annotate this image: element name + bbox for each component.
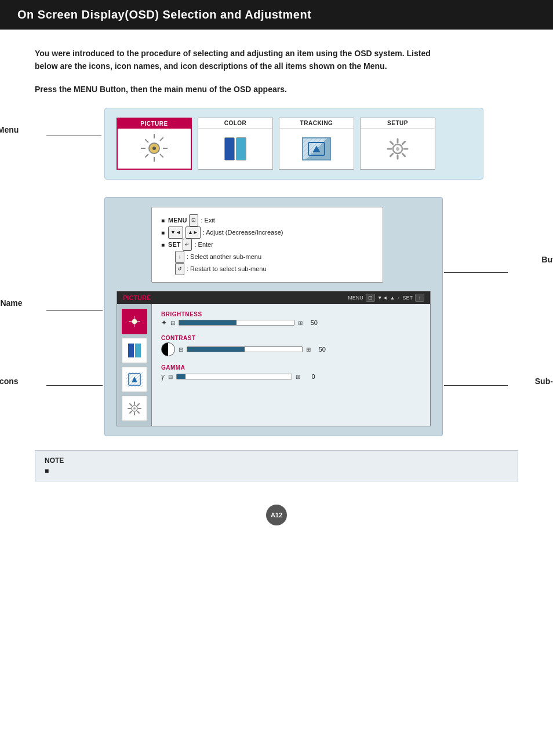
page-title: On Screen Display(OSD) Selection and Adj… (17, 8, 311, 21)
page-badge-container: A12 (35, 505, 518, 525)
menu-item-color[interactable]: COLOR (198, 118, 273, 170)
submenu-gamma: GAMMA γ ⊟ ⊞ 0 (161, 364, 421, 381)
submenu-brightness: BRIGHTNESS ✦ ⊟ ⊞ 50 (161, 311, 421, 327)
gamma-slider[interactable] (176, 374, 292, 379)
osd-menu-bar: PICTURE MENU ⊡ ▼◄ ▲→ SET ↑ (117, 291, 430, 304)
brightness-title: BRIGHTNESS (161, 311, 421, 317)
color-icon-main (224, 129, 246, 169)
svg-line-24 (130, 404, 132, 406)
main-menu-box: PICTURE (104, 108, 483, 180)
svg-line-13 (390, 154, 392, 156)
osd-menu-name: PICTURE (123, 294, 151, 301)
menu-item-setup[interactable]: SETUP (360, 118, 435, 170)
svg-line-25 (137, 411, 139, 413)
contrast-icon-small (161, 342, 175, 356)
osd-sidebar (117, 304, 152, 426)
tip-row-menu: ■ MENU ⊡ : Exit (161, 214, 373, 227)
gamma-plus[interactable]: ⊞ (296, 374, 300, 380)
gamma-title: GAMMA (161, 364, 421, 371)
menu-name-label: Menu Name (0, 298, 23, 308)
submenus-label: Sub-menus (535, 377, 553, 386)
picture-label: PICTURE (118, 119, 191, 129)
sidebar-icon-tracking[interactable] (122, 367, 147, 392)
brightness-icon-small: ✦ (161, 319, 167, 327)
main-menu-label: Main Menu (0, 125, 19, 134)
button-tip-label: Button Tip (541, 255, 553, 264)
sidebar-icon-color[interactable] (122, 338, 147, 363)
picture-icon (141, 129, 168, 169)
sidebar-icon-setup[interactable] (122, 396, 147, 421)
setup-label: SETUP (361, 118, 435, 129)
page-header: On Screen Display(OSD) Selection and Adj… (0, 0, 553, 30)
osd-content: BRIGHTNESS ✦ ⊟ ⊞ 50 (152, 304, 430, 426)
setup-icon-main (385, 129, 410, 169)
page-number-badge: A12 (266, 505, 287, 525)
brightness-value: 50 (306, 319, 318, 326)
brightness-control: ✦ ⊟ ⊞ 50 (161, 319, 421, 327)
note-bullet: ■ (45, 467, 508, 475)
svg-line-27 (130, 411, 132, 413)
menu-item-tracking[interactable]: TRACKING (279, 118, 354, 170)
osd-nav-icons: MENU ⊡ ▼◄ ▲→ SET ↑ (348, 294, 424, 302)
nav-set-icon: ↑ (415, 294, 424, 302)
submenu-section: ■ MENU ⊡ : Exit ■ ▼◄ ▲► : Adjust (Decrea… (104, 197, 443, 436)
brightness-minus[interactable]: ⊟ (170, 320, 175, 326)
contrast-plus[interactable]: ⊞ (306, 346, 311, 353)
gamma-control: γ ⊟ ⊞ 0 (161, 372, 421, 381)
svg-line-10 (390, 141, 392, 144)
tracking-label: TRACKING (279, 118, 354, 129)
svg-line-26 (137, 404, 139, 406)
down-left-kbd: ▼◄ (168, 227, 183, 239)
osd-detail-panel: PICTURE MENU ⊡ ▼◄ ▲→ SET ↑ (117, 291, 431, 426)
menu-item-picture[interactable]: PICTURE (117, 118, 192, 170)
icons-label: Icons (0, 377, 19, 386)
down-kbd: ↓ (175, 251, 184, 263)
tracking-icon-main (302, 129, 331, 169)
color-label: COLOR (198, 118, 272, 129)
tip-row-set: ■ SET ↵ : Enter (161, 239, 373, 251)
gamma-icon-small: γ (161, 372, 165, 381)
brightness-slider[interactable] (179, 320, 294, 326)
up-right-kbd: ▲► (185, 227, 201, 239)
submenu-contrast: CONTRAST ⊟ ⊞ 50 (161, 335, 421, 356)
menu-items-row: PICTURE (117, 118, 471, 170)
contrast-title: CONTRAST (161, 335, 421, 341)
svg-point-19 (133, 407, 136, 410)
contrast-value: 50 (314, 346, 326, 353)
tip-row-adjust: ■ ▼◄ ▲► : Adjust (Decrease/Increase) (161, 227, 373, 239)
note-section: NOTE ■ (35, 450, 518, 481)
tip-row-restart: ↺ : Restart to select sub-menu (161, 263, 373, 275)
contrast-slider[interactable] (187, 346, 303, 352)
note-label: NOTE (45, 456, 508, 465)
gamma-value: 0 (304, 373, 315, 380)
intro-text: You were introduced to the procedure of … (35, 47, 441, 73)
osd-body: BRIGHTNESS ✦ ⊟ ⊞ 50 (117, 304, 430, 426)
press-text: Press the MENU Button, then the main men… (35, 85, 518, 94)
brightness-plus[interactable]: ⊞ (298, 320, 303, 326)
gamma-minus[interactable]: ⊟ (168, 374, 173, 380)
svg-line-12 (402, 141, 405, 144)
contrast-minus[interactable]: ⊟ (179, 346, 183, 353)
svg-point-5 (396, 147, 399, 151)
menu-kbd-icon: ⊡ (189, 214, 198, 227)
sidebar-icon-brightness[interactable] (122, 309, 147, 334)
restart-kbd: ↺ (175, 263, 184, 275)
button-tip-box: ■ MENU ⊡ : Exit ■ ▼◄ ▲► : Adjust (Decrea… (151, 207, 383, 283)
enter-kbd: ↵ (183, 239, 192, 251)
tip-row-select: ↓ : Select another sub-menu (161, 251, 373, 263)
contrast-control: ⊟ ⊞ 50 (161, 342, 421, 356)
nav-menu-icon: ⊡ (366, 294, 375, 302)
svg-line-11 (402, 154, 405, 156)
